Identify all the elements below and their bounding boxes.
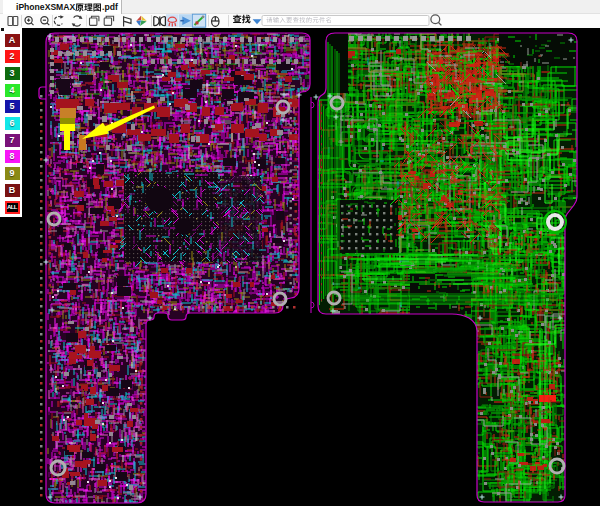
svg-text:.pdf: .pdf	[102, 2, 118, 12]
svg-text:iPhoneXSMAX: iPhoneXSMAX	[16, 2, 75, 12]
